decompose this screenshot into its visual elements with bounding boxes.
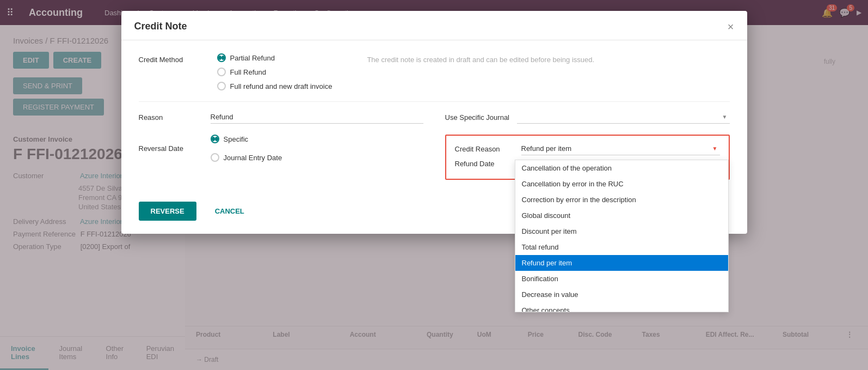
radio-partial-label: Partial Refund [230, 54, 275, 62]
radio-specific-circle [211, 135, 219, 143]
dropdown-item-1[interactable]: Cancellation by error in the RUC [515, 176, 728, 192]
reason-label: Reason [139, 113, 204, 122]
dropdown-item-0[interactable]: Cancellation of the operation [515, 160, 728, 176]
dropdown-item-2[interactable]: Correction by error in the description [515, 192, 728, 208]
cancel-button[interactable]: CANCEL [203, 202, 256, 221]
radio-full-draft-circle [217, 82, 226, 90]
radio-journal-entry-circle [211, 153, 219, 162]
use-specific-journal-select[interactable] [517, 111, 730, 123]
credit-method-hint: The credit note is created in draft and … [367, 53, 729, 64]
use-specific-journal-label: Use Specific Journal [445, 113, 510, 122]
modal-overlay: Credit Note × Credit Method Partial Refu… [0, 0, 868, 370]
radio-full-label: Full Refund [230, 68, 266, 76]
dropdown-item-9[interactable]: Other concepts [515, 302, 728, 312]
reversal-date-row: Reversal Date Specific Journal Entry Dat… [139, 135, 423, 162]
dropdown-item-3[interactable]: Global discount [515, 208, 728, 223]
radio-partial-circle [217, 53, 226, 62]
modal-close-button[interactable]: × [728, 21, 734, 32]
credit-method-row: Credit Method Partial Refund Full Refund [139, 53, 730, 90]
radio-full-circle [217, 68, 226, 76]
radio-journal-entry-label: Journal Entry Date [224, 154, 282, 162]
refund-date-label: Refund Date [455, 160, 515, 168]
reason-input[interactable] [211, 111, 423, 124]
reversal-date-label: Reversal Date [139, 144, 204, 153]
radio-journal-entry-date[interactable]: Journal Entry Date [211, 153, 282, 162]
radio-full-draft-label: Full refund and new draft invoice [230, 82, 333, 90]
radio-partial-refund[interactable]: Partial Refund [217, 53, 333, 62]
dropdown-item-5[interactable]: Total refund [515, 239, 728, 255]
credit-reason-select[interactable]: Refund per item ▼ [521, 142, 720, 155]
radio-specific[interactable]: Specific [211, 135, 282, 143]
credit-method-options: Partial Refund Full Refund Full refund a… [217, 53, 333, 90]
credit-reason-arrow-icon: ▼ [712, 145, 718, 151]
radio-full-draft[interactable]: Full refund and new draft invoice [217, 82, 333, 90]
credit-reason-value: Refund per item [521, 144, 572, 153]
modal-title: Credit Note [134, 21, 187, 32]
dropdown-item-4[interactable]: Discount per item [515, 223, 728, 239]
dropdown-item-7[interactable]: Bonification [515, 271, 728, 287]
radio-full-refund[interactable]: Full Refund [217, 68, 333, 76]
modal-header: Credit Note × [121, 11, 747, 40]
reversal-date-options: Specific Journal Entry Date [211, 135, 282, 162]
credit-reason-dropdown: Cancellation of the operation Cancellati… [515, 160, 729, 312]
dropdown-item-8[interactable]: Decrease in value [515, 287, 728, 302]
radio-specific-label: Specific [224, 135, 249, 143]
use-specific-journal-select-wrapper: ▼ [517, 111, 730, 124]
credit-reason-label: Credit Reason [455, 145, 515, 153]
use-specific-journal-row: Use Specific Journal ▼ [445, 111, 730, 124]
reversal-date-section: Reversal Date Specific Journal Entry Dat… [139, 135, 423, 180]
credit-reason-section: Credit Reason Refund per item ▼ Refund D… [445, 135, 730, 180]
credit-note-modal: Credit Note × Credit Method Partial Refu… [121, 11, 747, 234]
credit-reason-row: Credit Reason Refund per item ▼ [455, 142, 720, 155]
reverse-button[interactable]: REVERSE [139, 202, 196, 221]
modal-body: Credit Method Partial Refund Full Refund [121, 40, 747, 193]
section-divider [139, 101, 730, 102]
reason-field-row: Reason [139, 111, 423, 124]
dropdown-item-6[interactable]: Refund per item [515, 255, 728, 271]
credit-method-label: Credit Method [139, 53, 204, 64]
